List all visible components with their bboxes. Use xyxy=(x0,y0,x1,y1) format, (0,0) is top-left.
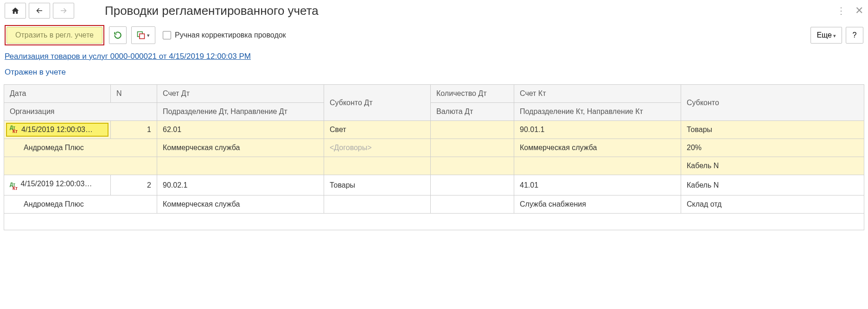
cell-n: 2 xyxy=(111,175,157,195)
manual-checkbox-label: Ручная корректировка проводок xyxy=(175,31,286,39)
cell-sub-kt: Кабель N xyxy=(681,175,864,195)
refresh-button[interactable] xyxy=(109,26,127,44)
cell-acc-dt: 62.01 xyxy=(157,121,324,139)
dtkt-row-icon: ДтКт xyxy=(10,183,18,190)
cell-sub-dt2: <Договоры> xyxy=(324,139,431,157)
home-button[interactable] xyxy=(5,3,26,19)
cell-org: Андромеда Плюс xyxy=(4,195,157,214)
col-dept-kt[interactable]: Подразделение Кт, Направление Кт xyxy=(514,103,681,121)
reflect-button[interactable]: Отразить в регл. учете xyxy=(6,27,102,44)
forward-button[interactable] xyxy=(53,3,74,19)
manual-checkbox-wrap[interactable]: Ручная корректировка проводок xyxy=(163,31,286,39)
kebab-menu-icon[interactable]: ⋮ xyxy=(836,5,846,16)
status-text: Отражен в учете xyxy=(0,64,868,84)
cell-date: 4/15/2019 12:00:03… xyxy=(21,126,93,134)
cell-sub-kt2: Склад отд xyxy=(681,195,864,214)
refresh-icon xyxy=(113,31,122,40)
dtkt-row-icon: ДтКт xyxy=(10,126,18,133)
col-qty-dt[interactable]: Количество Дт xyxy=(431,85,514,103)
close-icon[interactable]: ✕ xyxy=(855,5,863,17)
more-button[interactable]: Еще xyxy=(811,27,842,44)
arrow-right-icon xyxy=(59,6,68,15)
cell-acc-kt: 41.01 xyxy=(514,175,681,195)
col-sub-dt[interactable]: Субконто Дт xyxy=(324,85,431,121)
col-n[interactable]: N xyxy=(111,85,157,103)
cell-sub-kt2: 20% xyxy=(681,139,864,157)
table-row[interactable]: Кабель N xyxy=(4,157,864,175)
cell-sub-kt: Товары xyxy=(681,121,864,139)
home-icon xyxy=(11,6,19,15)
dtkt-dropdown-button[interactable] xyxy=(131,26,155,44)
page-title: Проводки регламентированного учета xyxy=(105,4,319,18)
table-row[interactable]: Андромеда Плюс Коммерческая служба Служб… xyxy=(4,195,864,214)
arrow-left-icon xyxy=(35,6,44,15)
cell-acc-kt: 90.01.1 xyxy=(514,121,681,139)
cell-sub-kt3: Кабель N xyxy=(681,157,864,175)
cell-sub-dt: Свет xyxy=(324,121,431,139)
cell-sub-dt: Товары xyxy=(324,175,431,195)
back-button[interactable] xyxy=(29,3,50,19)
cell-dept-kt: Служба снабжения xyxy=(514,195,681,214)
cell-cur-dt xyxy=(431,195,514,214)
cell-date: 4/15/2019 12:00:03… xyxy=(20,180,92,188)
table-row[interactable]: ДтКт 4/15/2019 12:00:03… 1 62.01 Свет 90… xyxy=(4,121,864,139)
col-sub-kt[interactable]: Субконто xyxy=(681,85,864,121)
cell-acc-dt: 90.02.1 xyxy=(157,175,324,195)
cell-qty-dt xyxy=(431,121,514,139)
checkbox-icon xyxy=(163,31,171,39)
svg-rect-1 xyxy=(140,34,145,39)
cell-cur-dt xyxy=(431,139,514,157)
cell-n: 1 xyxy=(111,121,157,139)
cell-dept-dt: Коммерческая служба xyxy=(157,195,324,214)
col-cur-dt[interactable]: Валюта Дт xyxy=(431,103,514,121)
entries-table: Дата N Счет Дт Субконто Дт Количество Дт… xyxy=(4,84,864,230)
highlight-marker: Отразить в регл. учете xyxy=(5,25,104,45)
col-org[interactable]: Организация xyxy=(4,103,157,121)
cell-sub-dt2 xyxy=(324,195,431,214)
document-link[interactable]: Реализация товаров и услуг 0000-000021 о… xyxy=(5,52,251,61)
col-date[interactable]: Дата xyxy=(4,85,111,103)
cell-qty-dt xyxy=(431,175,514,195)
dtkt-icon xyxy=(137,31,145,39)
col-acc-kt[interactable]: Счет Кт xyxy=(514,85,681,103)
cell-dept-kt: Коммерческая служба xyxy=(514,139,681,157)
col-acc-dt[interactable]: Счет Дт xyxy=(157,85,324,103)
cell-org: Андромеда Плюс xyxy=(4,139,157,157)
table-row[interactable] xyxy=(4,214,864,230)
help-button[interactable]: ? xyxy=(846,27,863,44)
col-dept-dt[interactable]: Подразделение Дт, Направление Дт xyxy=(157,103,324,121)
table-row[interactable]: ДтКт 4/15/2019 12:00:03… 2 90.02.1 Товар… xyxy=(4,175,864,195)
table-row[interactable]: Андромеда Плюс Коммерческая служба <Дого… xyxy=(4,139,864,157)
cell-dept-dt: Коммерческая служба xyxy=(157,139,324,157)
